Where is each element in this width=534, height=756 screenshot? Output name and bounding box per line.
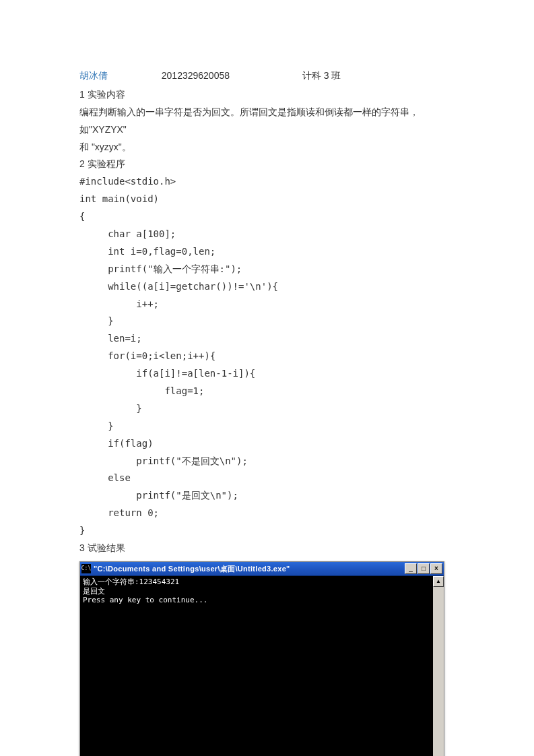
section-3-title: 3 试验结果 [79,540,460,557]
titlebar[interactable]: C:\ "C:\Documents and Settings\user\桌面\U… [80,562,444,576]
maximize-button[interactable]: □ [418,563,430,574]
document-header: 胡冰倩 2012329620058 计科 3 班 [79,67,460,85]
section-1-title: 1 实验内容 [79,86,460,104]
console-output: 输入一个字符串:123454321 是回文 Press any key to c… [80,576,444,756]
source-code: #include<stdio.h> int main(void) { char … [79,173,460,540]
section-1-body-line1: 编程判断输入的一串字符是否为回文。所谓回文是指顺读和倒读都一样的字符串，如"XY… [79,104,460,139]
student-id: 2012329620058 [162,70,230,81]
cmd-icon: C:\ [81,564,91,573]
window-controls: _ □ × [405,563,442,574]
close-button[interactable]: × [430,563,442,574]
section-2-title: 2 实验程序 [79,156,460,173]
vertical-scrollbar[interactable]: ▲ ▼ [433,576,444,756]
section-1-body-line2: 和 "xyzyx"。 [79,139,460,156]
window-title: "C:\Documents and Settings\user\桌面\Untit… [94,562,405,575]
student-name: 胡冰倩 [79,70,108,81]
console-window: C:\ "C:\Documents and Settings\user\桌面\U… [79,561,444,756]
class-label: 计科 3 班 [302,70,341,81]
scroll-up-button[interactable]: ▲ [433,576,444,587]
minimize-button[interactable]: _ [405,563,417,574]
